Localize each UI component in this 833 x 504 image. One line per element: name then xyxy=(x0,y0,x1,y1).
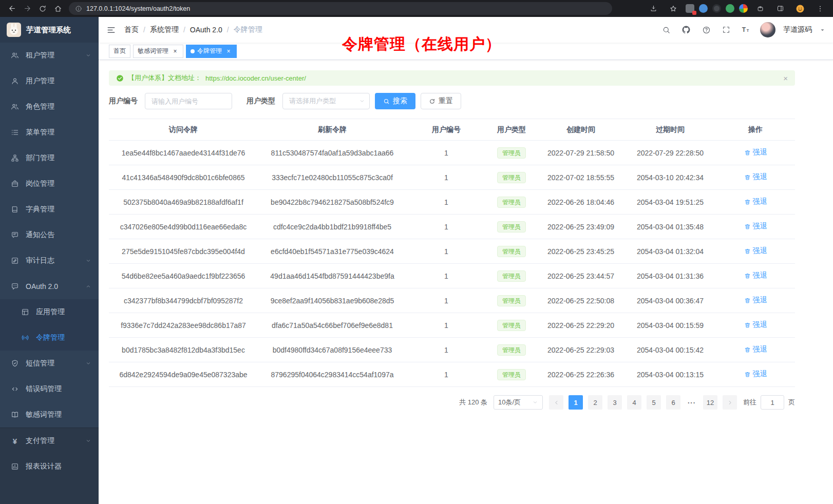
extension-icon[interactable] xyxy=(699,4,708,13)
pagination: 共 120 条 10条/页 123456···12 前往 页 xyxy=(109,395,795,410)
breadcrumb-item[interactable]: 首页 xyxy=(124,25,139,34)
sensitive-word-icon xyxy=(10,411,20,419)
force-logout-button[interactable]: 强退 xyxy=(744,370,767,379)
sidebar-item-label: 应用管理 xyxy=(36,307,91,317)
collapse-sidebar-icon[interactable] xyxy=(106,25,116,35)
tab-token[interactable]: 令牌管理× xyxy=(186,45,237,58)
alert-close-icon[interactable]: × xyxy=(783,74,788,83)
sidebar-item-post[interactable]: 岗位管理 xyxy=(0,171,99,197)
page-button-5[interactable]: 5 xyxy=(647,395,661,410)
sidebar-item-oauth2[interactable]: OAuth 2.0 xyxy=(0,274,99,299)
sidebar-item-tenant[interactable]: 租户管理 xyxy=(0,43,99,68)
next-page-button[interactable] xyxy=(723,395,737,410)
sidebar-item-sms[interactable]: 短信管理 xyxy=(0,351,99,376)
tab-close-icon[interactable]: × xyxy=(225,48,232,55)
force-logout-button[interactable]: 强退 xyxy=(744,148,767,157)
breadcrumb-item[interactable]: 系统管理 xyxy=(150,25,179,34)
pagination-ellipsis[interactable]: ··· xyxy=(686,399,698,406)
trash-icon xyxy=(744,346,751,353)
tab-close-icon[interactable]: × xyxy=(172,48,179,55)
column-header: 创建时间 xyxy=(537,119,624,141)
extension-badge xyxy=(692,11,696,15)
browser-home-icon[interactable] xyxy=(50,1,66,16)
extensions-puzzle-icon[interactable] xyxy=(752,1,768,16)
sidebar-item-menu[interactable]: 菜单管理 xyxy=(0,120,99,145)
user-id-input[interactable] xyxy=(145,93,232,109)
force-logout-button[interactable]: 强退 xyxy=(744,222,767,231)
force-logout-button[interactable]: 强退 xyxy=(744,296,767,305)
page-button-4[interactable]: 4 xyxy=(627,395,641,410)
sidebar-item-dept[interactable]: 部门管理 xyxy=(0,145,99,171)
search-button[interactable]: 搜索 xyxy=(375,93,415,109)
audit-log-icon xyxy=(10,257,20,265)
page-button-12[interactable]: 12 xyxy=(703,395,717,410)
sidebar-item-oauth2-token[interactable]: 令牌管理 xyxy=(0,325,99,351)
url-bar[interactable]: 127.0.0.1:1024/system/oauth2/token xyxy=(69,2,612,15)
font-size-icon[interactable]: TT xyxy=(740,24,752,36)
page-size-select[interactable]: 10条/页 xyxy=(494,395,543,410)
sidebar-item-notice[interactable]: 通知公告 xyxy=(0,222,99,248)
sidebar-item-user[interactable]: 用户管理 xyxy=(0,68,99,94)
download-icon[interactable] xyxy=(646,1,661,16)
extension-icon[interactable] xyxy=(726,4,734,13)
browser-reload-icon[interactable] xyxy=(35,1,50,16)
sidebar-item-oauth2-app[interactable]: 应用管理 xyxy=(0,299,99,325)
alert-text: 【用户体系】文档地址： xyxy=(128,73,201,83)
fullscreen-icon[interactable] xyxy=(720,24,732,36)
user-name[interactable]: 芋道源码 xyxy=(783,25,812,34)
cell-user-id: 1 xyxy=(407,264,486,288)
table-row: 41c41346a548490f9dc8b01c6bfe0865333ecfc7… xyxy=(109,165,795,190)
sidebar-item-role[interactable]: 角色管理 xyxy=(0,94,99,120)
bookmark-star-icon[interactable] xyxy=(666,1,681,16)
total-count: 共 120 条 xyxy=(459,398,487,407)
chevron-down-icon[interactable] xyxy=(820,27,825,33)
site-info-icon[interactable] xyxy=(75,5,82,12)
browser-menu-icon[interactable] xyxy=(812,1,828,16)
doc-link[interactable]: https://doc.iocoder.cn/user-center/ xyxy=(205,74,306,82)
user-avatar[interactable] xyxy=(760,22,775,37)
table-row: c342377bf8b344799dcbf7bf095287f29ce8ef2a… xyxy=(109,288,795,313)
page-button-6[interactable]: 6 xyxy=(666,395,680,410)
sidebar-menu-bottom: ¥支付管理报表设计器 xyxy=(0,428,99,504)
force-logout-button[interactable]: 强退 xyxy=(744,246,767,256)
app-logo[interactable]: 芋道管理系统 xyxy=(0,17,99,43)
sidebar-item-audit-log[interactable]: 审计日志 xyxy=(0,248,99,274)
user-type-select[interactable]: 请选择用户类型 xyxy=(282,93,370,109)
page-button-3[interactable]: 3 xyxy=(608,395,622,410)
profile-avatar-icon[interactable] xyxy=(792,1,808,16)
sidebar-item-error-code[interactable]: 错误码管理 xyxy=(0,376,99,402)
force-logout-button[interactable]: 强退 xyxy=(744,172,767,182)
force-logout-button[interactable]: 强退 xyxy=(744,320,767,329)
github-icon[interactable] xyxy=(680,24,692,36)
extension-icon[interactable] xyxy=(739,4,748,13)
extension-icon[interactable] xyxy=(686,4,694,13)
browser-back-icon[interactable] xyxy=(4,1,20,16)
force-logout-button[interactable]: 强退 xyxy=(744,271,767,280)
search-icon[interactable] xyxy=(660,24,672,36)
force-logout-button[interactable]: 强退 xyxy=(744,197,767,206)
sidebar-item-dict[interactable]: 字典管理 xyxy=(0,197,99,222)
sidebar-item-pay[interactable]: ¥支付管理 xyxy=(0,428,99,454)
sidebar-item-sensitive-word[interactable]: 敏感词管理 xyxy=(0,402,99,428)
side-panel-icon[interactable] xyxy=(772,1,788,16)
breadcrumb-item[interactable]: OAuth 2.0 xyxy=(190,26,222,34)
active-tab-dot xyxy=(191,49,195,53)
tab-sensitive-word[interactable]: 敏感词管理× xyxy=(133,45,183,58)
goto-page-input[interactable] xyxy=(761,395,784,410)
page-button-1[interactable]: 1 xyxy=(569,395,583,410)
reset-button[interactable]: 重置 xyxy=(421,93,461,109)
role-icon xyxy=(10,103,20,111)
browser-forward-icon[interactable] xyxy=(20,1,35,16)
table-row: b0d1785bc3a8482f812db4a3f3bd15ecb0df4980… xyxy=(109,338,795,362)
cell-access-token: 41c41346a548490f9dc8b01c6bfe0865 xyxy=(109,165,258,190)
tab-home[interactable]: 首页 xyxy=(109,45,130,58)
sidebar-item-label: 令牌管理 xyxy=(36,333,91,342)
cell-expire-time: 2054-03-10 20:42:34 xyxy=(624,165,716,190)
prev-page-button[interactable] xyxy=(549,395,563,410)
force-logout-button[interactable]: 强退 xyxy=(744,345,767,354)
page-button-2[interactable]: 2 xyxy=(588,395,602,410)
extension-icon[interactable] xyxy=(712,4,721,13)
column-header: 用户类型 xyxy=(486,119,537,141)
help-icon[interactable] xyxy=(700,24,712,36)
sidebar-item-report-designer[interactable]: 报表设计器 xyxy=(0,454,99,479)
